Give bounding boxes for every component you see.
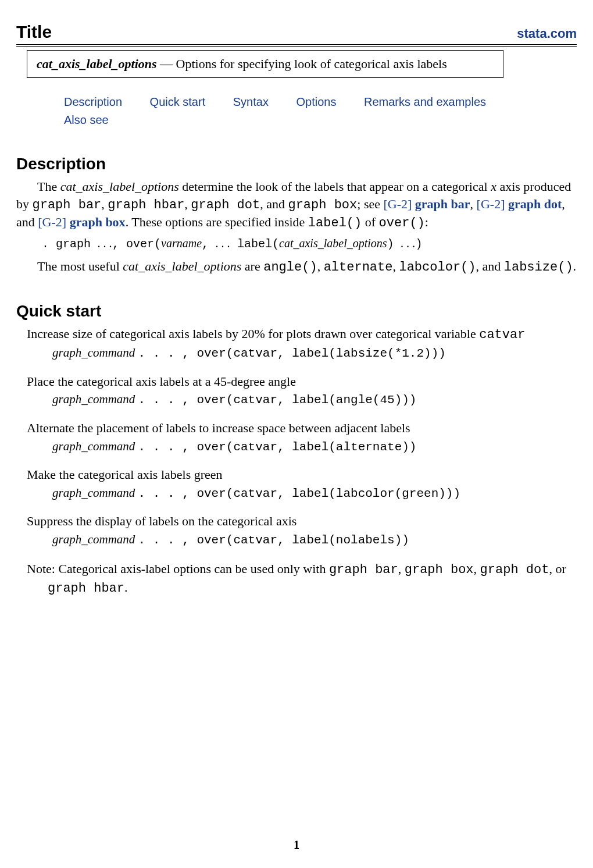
rule-top-2 — [16, 46, 577, 47]
nav-options[interactable]: Options — [296, 93, 336, 111]
rule-top — [16, 44, 577, 45]
cmd-graph-bar: graph bar — [33, 198, 102, 212]
page-title: Title — [16, 22, 52, 42]
cmd-graph-box-2: graph box — [405, 563, 474, 577]
qs-item-4: Make the categorical axis labels green g… — [27, 466, 577, 502]
link-graph-box[interactable]: graph box — [70, 215, 126, 229]
opts: cat_axis_label_options — [279, 237, 387, 250]
manual-ref-2[interactable]: [G-2] — [477, 197, 508, 211]
qs-code-4: graph_command . . . , over(catvar, label… — [52, 485, 577, 502]
qs-item-5: Suppress the display of labels on the ca… — [27, 513, 577, 549]
section-heading-description: Description — [16, 155, 577, 173]
varname: varname — [161, 237, 202, 250]
term-2: cat_axis_label_options — [123, 259, 241, 273]
toc-nav: Description Quick start Syntax Options R… — [64, 93, 577, 129]
manual-ref-3[interactable]: [G-2] — [38, 215, 69, 229]
nav-quick-start[interactable]: Quick start — [150, 93, 206, 111]
entry-dash: — — [157, 56, 176, 71]
qs-item-1: Increase size of categorical axis labels… — [27, 325, 577, 362]
qs-code-3: graph_command . . . , over(catvar, label… — [52, 438, 577, 456]
qs-item-3: Alternate the placement of labels to inc… — [27, 419, 577, 456]
term: cat_axis_label_options — [60, 179, 179, 194]
cmd-graph-hbar-2: graph hbar — [48, 581, 124, 596]
qs-code-5: graph_command . . . , over(catvar, label… — [52, 531, 577, 549]
qs-item-2: Place the categorical axis labels at a 4… — [27, 373, 577, 409]
fn-labsize: labsize() — [504, 260, 573, 275]
section-heading-quick-start: Quick start — [16, 302, 577, 321]
fn-over: over() — [379, 216, 425, 230]
cmd-graph-dot: graph dot — [191, 198, 260, 212]
cmd-graph-bar-2: graph bar — [329, 563, 398, 577]
description-para-1: The cat_axis_label_options determine the… — [16, 178, 577, 232]
cmd-graph-hbar: graph hbar — [108, 198, 184, 212]
fn-angle: angle() — [263, 260, 317, 275]
page: Title stata.com cat_axis_label_options —… — [0, 0, 593, 868]
math-x: x — [491, 179, 496, 194]
nav-description[interactable]: Description — [64, 93, 122, 111]
manual-ref-1[interactable]: [G-2] — [383, 197, 415, 211]
entry-desc: Options for specifying look of categoric… — [176, 56, 447, 71]
cmd-graph-box: graph box — [288, 198, 357, 212]
cmd-graph-dot-2: graph dot — [480, 563, 549, 577]
quick-start-note: Note: Categorical axis-label options can… — [27, 560, 577, 597]
syntax-code: . graph . . ., over(varname, . . . label… — [42, 236, 577, 252]
fn-alternate: alternate — [324, 260, 393, 275]
description-para-2: The most useful cat_axis_label_options a… — [16, 258, 577, 276]
link-graph-dot[interactable]: graph dot — [508, 197, 562, 211]
qs-code-1: graph_command . . . , over(catvar, label… — [52, 344, 577, 362]
var-catvar: catvar — [479, 328, 525, 342]
nav-syntax[interactable]: Syntax — [233, 93, 269, 111]
description-body: The cat_axis_label_options determine the… — [16, 178, 577, 276]
fn-labcolor: labcolor() — [399, 260, 476, 275]
entry-name: cat_axis_label_options — [37, 56, 157, 71]
link-graph-bar[interactable]: graph bar — [415, 197, 470, 211]
entry-box: cat_axis_label_options — Options for spe… — [27, 50, 503, 78]
fn-label: label() — [308, 216, 362, 230]
site-link[interactable]: stata.com — [517, 26, 577, 41]
nav-remarks[interactable]: Remarks and examples — [364, 93, 486, 111]
qs-code-2: graph_command . . . , over(catvar, label… — [52, 391, 577, 408]
nav-also-see[interactable]: Also see — [64, 111, 109, 129]
header-row: Title stata.com — [16, 22, 577, 42]
page-number: 1 — [0, 838, 593, 852]
